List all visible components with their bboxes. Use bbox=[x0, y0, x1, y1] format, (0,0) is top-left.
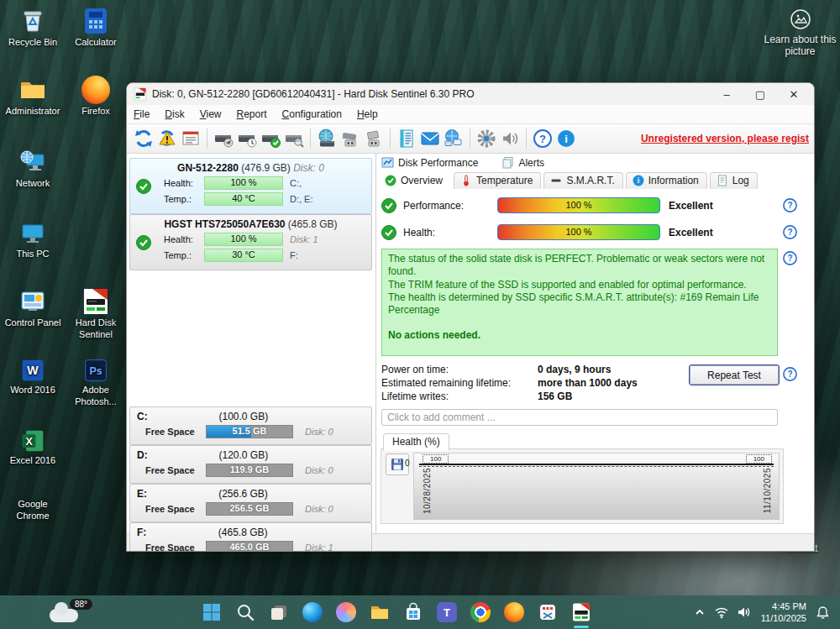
svg-text:?: ? bbox=[539, 133, 546, 145]
unregistered-notice[interactable]: Unregistered version, please regist bbox=[641, 133, 809, 144]
search-button[interactable] bbox=[228, 595, 262, 629]
partition-item-f[interactable]: F:(465.8 GB) Free Space 465.0 GB Disk: 1 bbox=[129, 522, 372, 552]
mail-icon[interactable] bbox=[418, 127, 442, 150]
volume-icon[interactable] bbox=[732, 595, 754, 629]
hard-disk-sentinel-taskbar-icon[interactable] bbox=[564, 595, 598, 629]
usb-eject-icon[interactable] bbox=[362, 127, 386, 150]
firefox-taskbar-icon[interactable] bbox=[497, 595, 531, 629]
minimize-button[interactable]: – bbox=[710, 84, 743, 104]
menu-file[interactable]: File bbox=[134, 108, 150, 120]
edge-browser-icon[interactable] bbox=[296, 595, 329, 629]
drive-letters: F: bbox=[290, 250, 298, 260]
partition-item-c[interactable]: C:(100.0 GB) Free Space 51.5 GB Disk: 0 bbox=[129, 406, 372, 445]
desktop-icon-calculator[interactable]: Calculator bbox=[65, 7, 127, 49]
analyse-warning-icon[interactable] bbox=[155, 127, 179, 150]
health-chart-tab[interactable]: Health (%) bbox=[383, 433, 449, 451]
comment-input[interactable] bbox=[381, 409, 778, 426]
store-icon[interactable] bbox=[396, 595, 430, 629]
performance-label: Performance: bbox=[403, 200, 497, 212]
partition-size: (120.0 GB) bbox=[218, 449, 293, 461]
temp-bar: 40 °C bbox=[204, 192, 283, 206]
help-icon[interactable]: ? bbox=[531, 127, 554, 150]
disk-ok-status-icon bbox=[136, 235, 151, 250]
partition-disk: Disk: 0 bbox=[305, 465, 333, 475]
refresh-icon[interactable] bbox=[132, 127, 155, 150]
network-drive-icon[interactable] bbox=[315, 127, 339, 150]
disk-search-icon[interactable] bbox=[282, 127, 306, 150]
close-button[interactable]: ✕ bbox=[777, 84, 811, 104]
desktop-icon-word[interactable]: W Word 2016 bbox=[2, 358, 64, 396]
help-icon[interactable]: ? bbox=[783, 225, 797, 239]
desktop-icon-excel[interactable]: X Excel 2016 bbox=[2, 428, 64, 467]
wifi-icon[interactable] bbox=[711, 595, 732, 629]
chrome-taskbar-icon[interactable] bbox=[464, 595, 497, 629]
menu-report[interactable]: Report bbox=[237, 108, 267, 120]
titlebar[interactable]: Disk: 0, GN-512-2280 [GD60612040431] - H… bbox=[127, 83, 814, 105]
desktop-icon-photoshop[interactable]: Ps Adobe Photosh... bbox=[65, 358, 127, 408]
maximize-button[interactable]: ▢ bbox=[743, 84, 777, 104]
desktop-icon-chrome[interactable]: Google Chrome bbox=[2, 499, 64, 522]
desktop-icon-control-panel[interactable]: Control Panel bbox=[2, 287, 64, 329]
store-bag-icon bbox=[403, 602, 423, 622]
learn-about-picture[interactable]: Learn about this picture bbox=[760, 8, 840, 57]
help-icon[interactable]: ? bbox=[783, 367, 797, 381]
tab-temperature[interactable]: Temperature bbox=[454, 172, 541, 189]
hard-disk-sentinel-window: Disk: 0, GN-512-2280 [GD60612040431] - H… bbox=[126, 82, 815, 552]
teams-icon[interactable]: T bbox=[430, 595, 464, 629]
repeat-test-button[interactable]: Repeat Test bbox=[689, 364, 780, 385]
disk-item-1[interactable]: HGST HTS725050A7E630 (465.8 GB) Health:1… bbox=[129, 214, 372, 270]
cloud-icon bbox=[50, 609, 78, 622]
free-space-label: Free Space bbox=[145, 465, 206, 475]
menu-view[interactable]: View bbox=[200, 108, 222, 120]
copilot-icon[interactable] bbox=[329, 595, 363, 629]
weather-widget[interactable]: 88° bbox=[46, 599, 105, 627]
usb-connect-icon[interactable] bbox=[339, 127, 362, 150]
desktop-icon-hard-disk-sentinel[interactable]: Hard Disk Sentinel bbox=[65, 287, 127, 341]
disk-schedule-icon[interactable] bbox=[235, 127, 259, 150]
partition-item-e[interactable]: E:(256.6 GB) Free Space 256.5 GB Disk: 0 bbox=[129, 484, 372, 522]
notification-bell-icon[interactable] bbox=[811, 595, 833, 629]
report-window-icon[interactable] bbox=[179, 127, 202, 150]
help-icon[interactable]: ? bbox=[783, 198, 797, 212]
disk-test-icon[interactable] bbox=[212, 127, 235, 150]
power-on-label: Power on time: bbox=[381, 364, 538, 375]
network-share-icon[interactable] bbox=[442, 127, 465, 150]
disk-item-0[interactable]: GN-512-2280 (476.9 GB) Disk: 0 Health:10… bbox=[129, 158, 372, 214]
disk-ok-icon[interactable] bbox=[259, 127, 282, 150]
svg-text:?: ? bbox=[787, 228, 792, 237]
desktop-icon-recycle-bin[interactable]: Recycle Bin bbox=[2, 7, 64, 49]
tab-disk-performance[interactable]: Disk Performance bbox=[381, 156, 478, 169]
desktop-icon-administrator[interactable]: Administrator bbox=[2, 76, 64, 118]
partition-item-d[interactable]: D:(120.0 GB) Free Space 119.9 GB Disk: 0 bbox=[129, 445, 372, 484]
menu-help[interactable]: Help bbox=[357, 108, 378, 120]
toolbar-separator bbox=[390, 128, 391, 149]
svg-text:?: ? bbox=[787, 201, 792, 210]
writes-value: 156 GB bbox=[538, 391, 572, 402]
tray-chevron-icon[interactable] bbox=[689, 595, 711, 629]
file-explorer-icon[interactable] bbox=[363, 595, 396, 629]
tab-information[interactable]: iInformation bbox=[626, 172, 707, 189]
taskbar: 88° T 4:45 PM 11/10/2025 bbox=[0, 595, 840, 629]
info-icon[interactable]: i bbox=[554, 127, 578, 150]
desktop-icon-this-pc[interactable]: This PC bbox=[2, 218, 64, 260]
recycle-bin-icon bbox=[18, 7, 47, 35]
svg-text:i: i bbox=[637, 176, 639, 185]
taskbar-clock[interactable]: 4:45 PM 11/10/2025 bbox=[761, 600, 806, 625]
help-icon[interactable]: ? bbox=[783, 251, 797, 265]
start-button[interactable] bbox=[195, 595, 228, 629]
settings-gear-icon[interactable] bbox=[475, 127, 498, 150]
tab-overview[interactable]: Overview bbox=[378, 172, 451, 189]
menu-configuration[interactable]: Configuration bbox=[282, 108, 342, 120]
desktop-icon-network[interactable]: Network bbox=[2, 148, 64, 190]
menu-disk[interactable]: Disk bbox=[165, 108, 184, 120]
tab-alerts[interactable]: Alerts bbox=[501, 156, 544, 169]
snipping-tool-icon[interactable] bbox=[531, 595, 564, 629]
tab-smart[interactable]: S.M.A.R.T. bbox=[543, 172, 622, 189]
task-view-button[interactable] bbox=[262, 595, 296, 629]
notepad-icon[interactable] bbox=[395, 127, 418, 150]
tab-log[interactable]: Log bbox=[710, 172, 758, 189]
desktop-icon-firefox[interactable]: Firefox bbox=[65, 76, 127, 118]
save-icon bbox=[391, 458, 404, 471]
health-chart-plot[interactable]: 0 100 100 10/28/2025 11/10/2025 bbox=[413, 453, 780, 520]
sound-icon[interactable] bbox=[498, 127, 522, 150]
